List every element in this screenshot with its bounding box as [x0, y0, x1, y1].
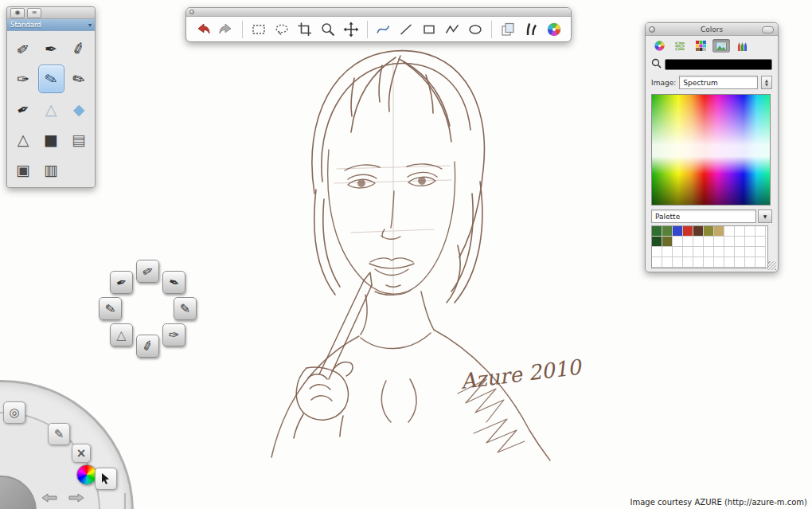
ink-pen-brush[interactable]: ✑ [10, 65, 37, 93]
tab-crayons[interactable] [733, 39, 751, 53]
tab-color-wheel[interactable] [650, 39, 668, 53]
rectangle-tool[interactable] [419, 19, 439, 40]
pencil-brush[interactable]: ✏ [10, 34, 37, 63]
swatch[interactable] [662, 257, 673, 268]
swatch[interactable] [714, 237, 724, 247]
swatch[interactable] [673, 237, 683, 247]
swatch[interactable] [755, 226, 766, 237]
radial-ink-pen[interactable]: ✑ [162, 323, 185, 347]
swatch[interactable] [652, 237, 662, 247]
resize-grip[interactable] [767, 261, 776, 270]
swatch[interactable] [724, 257, 735, 268]
radial-brush[interactable]: ✒ [110, 271, 133, 294]
tab-sliders[interactable] [671, 39, 689, 53]
palette-dropdown[interactable]: Palette [651, 209, 756, 223]
lagoon-pen-button[interactable]: ✎ [48, 423, 70, 445]
radial-chisel[interactable]: ✏ [99, 297, 122, 320]
swatch[interactable] [683, 257, 693, 268]
gradient-brush[interactable]: ▤ [66, 125, 92, 154]
swatch[interactable] [714, 226, 724, 237]
loupe-icon[interactable] [651, 57, 662, 72]
spectrum-picker[interactable] [651, 94, 771, 206]
flat-brush[interactable]: ■ [38, 125, 64, 154]
swatch[interactable] [704, 237, 714, 247]
color-wheel-button[interactable] [544, 19, 564, 40]
radial-pen[interactable]: ✒ [162, 271, 185, 294]
crop-tool[interactable] [295, 19, 315, 40]
list-view-icon[interactable]: ≡ [27, 8, 41, 18]
swatch[interactable] [704, 247, 714, 257]
swatch[interactable] [724, 247, 735, 257]
lagoon-brush-ring-button[interactable]: ◎ [3, 401, 25, 424]
swatch[interactable] [755, 257, 766, 268]
tab-image[interactable] [712, 39, 730, 53]
swatch[interactable] [683, 237, 693, 247]
swatch[interactable] [693, 237, 704, 247]
swatch[interactable] [662, 247, 673, 257]
swatch[interactable] [652, 226, 662, 237]
curve-tool[interactable] [373, 19, 393, 40]
swatch[interactable] [745, 247, 755, 257]
paint-can-brush[interactable]: ▥ [38, 155, 64, 184]
swatch[interactable] [704, 257, 714, 268]
palette-menu-button[interactable]: ▼ [758, 209, 772, 223]
swatch[interactable] [673, 257, 683, 268]
close-icon[interactable] [189, 10, 194, 14]
swatch[interactable] [673, 247, 683, 257]
swatch[interactable] [755, 247, 766, 257]
swatch[interactable] [714, 247, 724, 257]
swatch[interactable] [735, 226, 745, 237]
swatch[interactable] [735, 247, 745, 257]
line-tool[interactable] [396, 19, 416, 40]
water-drop-brush[interactable]: ◆ [66, 95, 92, 123]
radial-eraser[interactable]: △ [110, 323, 133, 347]
soft-eraser-brush[interactable]: △ [38, 95, 64, 123]
hard-eraser-brush[interactable]: △ [10, 125, 37, 154]
swatch[interactable] [735, 237, 745, 247]
zoom-tool[interactable] [318, 19, 338, 40]
current-color-well[interactable] [665, 59, 772, 70]
swatch[interactable] [755, 237, 766, 247]
drawing-canvas[interactable]: Azure 2010 ◉ ≡ Standard ▾ ✏✒✐✑✎✏✒△◆△■▤▣▥ [0, 0, 812, 509]
swatch[interactable] [683, 226, 693, 237]
swatch[interactable] [673, 226, 683, 237]
swatch[interactable] [745, 257, 755, 268]
layers-button[interactable] [498, 19, 518, 40]
chisel-marker-brush[interactable]: ✒ [10, 95, 37, 123]
swatch[interactable] [683, 247, 693, 257]
swatch[interactable] [745, 226, 755, 237]
swatch[interactable] [652, 257, 662, 268]
lasso-select-tool[interactable] [271, 19, 292, 40]
ballpoint-brush[interactable]: ✏ [66, 65, 92, 93]
swatch[interactable] [662, 237, 673, 247]
radial-pencil[interactable]: ✏ [136, 260, 159, 283]
move-tool[interactable] [341, 19, 361, 40]
polyline-tool[interactable] [442, 19, 463, 40]
swatch[interactable] [724, 226, 735, 237]
brush-preset-dropdown[interactable]: Standard ▾ [7, 19, 95, 31]
lagoon-handle[interactable] [95, 468, 117, 490]
swatch[interactable] [652, 247, 662, 257]
redo-button[interactable] [216, 19, 236, 40]
paint-tube-brush[interactable]: ▣ [10, 155, 37, 184]
radial-airbrush[interactable]: ✐ [136, 335, 159, 358]
lagoon-redo-button[interactable] [67, 491, 88, 504]
swatch[interactable] [745, 237, 755, 247]
airbrush-brush[interactable]: ✎ [38, 65, 64, 93]
toolbar-toggle-lozenge[interactable] [762, 26, 774, 33]
lagoon-close-button[interactable]: × [72, 444, 91, 463]
swatch[interactable] [662, 226, 673, 237]
image-source-dropdown[interactable]: Spectrum [679, 76, 758, 89]
brush-sets-icon[interactable]: ◉ [10, 8, 25, 18]
radial-marker[interactable]: ✎ [174, 297, 197, 320]
swatch[interactable] [693, 257, 704, 268]
ellipse-tool[interactable] [465, 19, 486, 40]
swatch[interactable] [693, 247, 704, 257]
swatch[interactable] [724, 237, 735, 247]
lagoon-undo-button[interactable] [40, 491, 61, 504]
image-source-stepper[interactable]: ▲ ▼ [761, 76, 772, 89]
pen-brush[interactable]: ✒ [38, 34, 64, 63]
swatch[interactable] [704, 226, 714, 237]
swatch[interactable] [714, 257, 724, 268]
swatch[interactable] [693, 226, 704, 237]
